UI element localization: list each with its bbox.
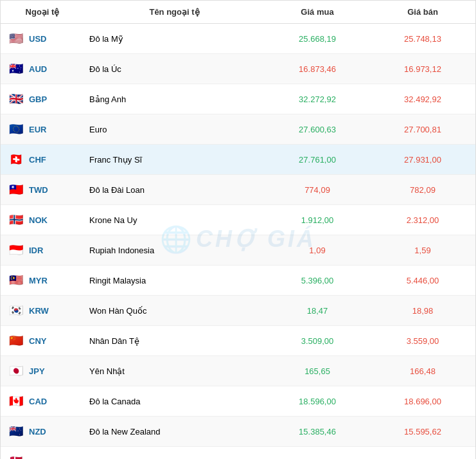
- currency-code: TWD: [29, 185, 48, 195]
- flag-icon: 🇩🇰: [7, 453, 25, 459]
- buy-price: 1.912,00: [265, 205, 370, 235]
- currency-code: IDR: [29, 246, 43, 255]
- flag-icon: 🇨🇭: [7, 150, 25, 168]
- buy-price: 18.596,00: [265, 386, 370, 417]
- buy-price: 1,09: [265, 235, 370, 266]
- currency-name: Ringit Malaysia: [84, 266, 265, 296]
- buy-price: 32.272,92: [265, 84, 370, 114]
- currency-code: NOK: [29, 215, 48, 225]
- sell-price: 1,59: [370, 235, 475, 266]
- currency-name: Đô la Mỹ: [84, 24, 265, 54]
- buy-price: 15.385,46: [265, 417, 370, 447]
- header-sell-price: Giá bán: [370, 1, 475, 24]
- sell-price: 5.446,00: [370, 266, 475, 296]
- flag-icon: 🇳🇿: [7, 422, 25, 440]
- header-currency-name: Tên ngoại tệ: [84, 1, 265, 24]
- sell-price: 3.479,00: [370, 447, 475, 460]
- currency-code: CNY: [29, 336, 46, 346]
- flag-icon: 🇳🇴: [7, 211, 25, 229]
- flag-icon: 🇹🇼: [7, 181, 25, 199]
- currency-code: JPY: [29, 366, 45, 376]
- currency-cell: 🇬🇧 GBP: [1, 84, 84, 114]
- currency-code: DKK: [29, 457, 47, 460]
- sell-price: 782,09: [370, 175, 475, 205]
- buy-price: 27.600,63: [265, 114, 370, 145]
- flag-icon: 🇮🇩: [7, 241, 25, 259]
- buy-price: 5.396,00: [265, 266, 370, 296]
- currency-cell: 🇳🇴 NOK: [1, 205, 84, 235]
- currency-name: Nhân Dân Tệ: [84, 326, 265, 356]
- sell-price: 25.748,13: [370, 24, 475, 54]
- exchange-rate-table: 🌐 CHỢ GIÁ Ngoại tệ Tên ngoại tệ Giá mua …: [0, 0, 476, 459]
- flag-icon: 🇲🇾: [7, 271, 25, 289]
- flag-icon: 🇦🇺: [7, 60, 25, 78]
- sell-price: 18.696,00: [370, 386, 475, 417]
- flag-icon: 🇯🇵: [7, 362, 25, 380]
- currency-name: Bảng Anh: [84, 84, 265, 114]
- currency-name: Đô la Canada: [84, 386, 265, 417]
- currency-code: EUR: [29, 125, 46, 134]
- buy-price: 3.079,00: [265, 447, 370, 460]
- currency-name: Krone Na Uy: [84, 205, 265, 235]
- buy-price: 25.668,19: [265, 24, 370, 54]
- currency-code: CAD: [29, 397, 47, 406]
- sell-price: 2.312,00: [370, 205, 475, 235]
- currency-code: GBP: [29, 94, 47, 104]
- currency-cell: 🇰🇷 KRW: [1, 296, 84, 326]
- currency-cell: 🇨🇦 CAD: [1, 386, 84, 417]
- currency-code: MYR: [29, 276, 48, 285]
- buy-price: 3.509,00: [265, 326, 370, 356]
- flag-icon: 🇰🇷: [7, 302, 25, 320]
- sell-price: 27.931,00: [370, 145, 475, 175]
- currency-cell: 🇯🇵 JPY: [1, 356, 84, 386]
- buy-price: 165,65: [265, 356, 370, 386]
- buy-price: 18,47: [265, 296, 370, 326]
- currency-cell: 🇮🇩 IDR: [1, 235, 84, 266]
- currency-code: AUD: [29, 64, 47, 74]
- buy-price: 27.761,00: [265, 145, 370, 175]
- header-buy-price: Giá mua: [265, 1, 370, 24]
- sell-price: 27.700,81: [370, 114, 475, 145]
- flag-icon: 🇺🇸: [7, 30, 25, 48]
- currency-cell: 🇨🇭 CHF: [1, 145, 84, 175]
- sell-price: 32.492,92: [370, 84, 475, 114]
- sell-price: 18,98: [370, 296, 475, 326]
- sell-price: 15.595,62: [370, 417, 475, 447]
- sell-price: 166,48: [370, 356, 475, 386]
- currency-name: Franc Thụy Sĩ: [84, 145, 265, 175]
- sell-price: 3.559,00: [370, 326, 475, 356]
- flag-icon: 🇬🇧: [7, 90, 25, 108]
- currency-code: KRW: [29, 306, 49, 316]
- currency-cell: 🇨🇳 CNY: [1, 326, 84, 356]
- currency-name: Krone Đan Mạch: [84, 447, 265, 460]
- flag-icon: 🇨🇦: [7, 392, 25, 410]
- currency-name: Won Hàn Quốc: [84, 296, 265, 326]
- currency-code: USD: [29, 34, 46, 44]
- currency-name: Yên Nhật: [84, 356, 265, 386]
- currency-cell: 🇹🇼 TWD: [1, 175, 84, 205]
- currency-cell: 🇦🇺 AUD: [1, 54, 84, 84]
- currency-cell: 🇳🇿 NZD: [1, 417, 84, 447]
- flag-icon: 🇨🇳: [7, 332, 25, 350]
- buy-price: 16.873,46: [265, 54, 370, 84]
- currency-cell: 🇲🇾 MYR: [1, 266, 84, 296]
- currency-code: NZD: [29, 427, 46, 437]
- currency-cell: 🇪🇺 EUR: [1, 114, 84, 145]
- currency-name: Đô la Úc: [84, 54, 265, 84]
- currency-name: Rupiah Indonesia: [84, 235, 265, 266]
- currency-code: CHF: [29, 155, 46, 165]
- currency-name: Đô la New Zealand: [84, 417, 265, 447]
- currency-name: Đô la Đài Loan: [84, 175, 265, 205]
- currency-name: Euro: [84, 114, 265, 145]
- header-currency: Ngoại tệ: [1, 1, 84, 24]
- sell-price: 16.973,12: [370, 54, 475, 84]
- flag-icon: 🇪🇺: [7, 120, 25, 138]
- currency-cell: 🇩🇰 DKK: [1, 447, 84, 460]
- currency-cell: 🇺🇸 USD: [1, 24, 84, 54]
- buy-price: 774,09: [265, 175, 370, 205]
